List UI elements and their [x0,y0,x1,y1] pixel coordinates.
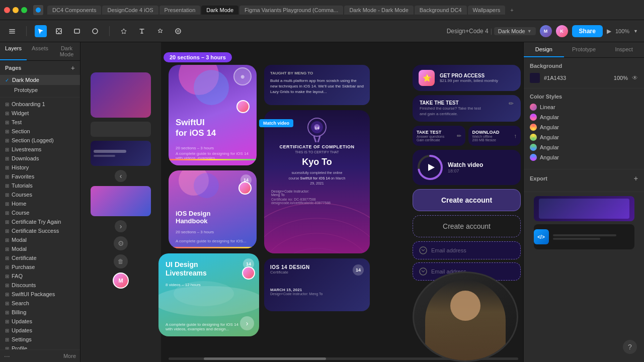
close-button[interactable] [4,7,10,13]
arrow-next-icon[interactable]: › [240,316,254,330]
arrow-right-icon[interactable]: › [115,220,127,232]
layer-courses[interactable]: ⊞ Courses [0,190,80,199]
layer-test[interactable]: ⊞ Test [0,118,80,127]
layer-discounts[interactable]: ⊞ Discounts [0,281,80,290]
cs-angular-5[interactable]: Angular [530,154,638,161]
tab-layers[interactable]: Layers [0,42,27,60]
cursor-tool[interactable] [35,25,47,37]
layer-modal-1[interactable]: ⊞ Modal [0,235,80,244]
cs-angular-3[interactable]: Angular [530,134,638,141]
create-account-outline-button[interactable]: Create account [413,215,521,237]
more-label[interactable]: More [63,353,76,359]
frame-tool[interactable] [53,25,65,37]
tab-designcode-ios[interactable]: DesignCode 4 iOS [102,6,158,15]
zoom-level[interactable]: 100% [615,28,629,34]
layer-billing[interactable]: ⊞ Billing [0,308,80,317]
layer-course[interactable]: ⊞ Course [0,208,80,217]
page-prototype[interactable]: Prototype [0,85,80,95]
rectangle-tool[interactable] [71,25,83,37]
help-icon[interactable]: ? [623,340,637,354]
delete-icon[interactable]: 🗑 [114,254,128,268]
cs-angular-2[interactable]: Angular [530,124,638,131]
layer-profile[interactable]: ⊞ Profile [0,344,80,349]
tab-wallpapers[interactable]: Wallpapers [468,6,506,15]
component-tool[interactable] [154,25,166,37]
layer-cert-try[interactable]: ⊞ Certificate Try Again [0,217,80,226]
tab-prototype[interactable]: Prototype [564,42,604,57]
layer-purchase[interactable]: ⊞ Purchase [0,262,80,272]
layer-tutorials[interactable]: ⊞ Tutorials [0,181,80,190]
add-export-icon[interactable]: + [634,174,638,183]
layer-downloads[interactable]: ⊞ Downloads [0,154,80,163]
play-button[interactable]: ▶ [607,28,611,35]
tab-presentation[interactable]: Presentation [159,6,201,15]
create-account-filled-button[interactable]: Create account [413,189,521,211]
download-mini[interactable]: DOWNLOAD Watch offline 200 MB filesize ↑ [468,126,521,146]
minimize-button[interactable] [13,7,19,13]
layer-swiftui-pkg[interactable]: ⊞ SwiftUI Packages [0,290,80,299]
cs-angular-5-label: Angular [540,154,559,160]
edit-icon[interactable]: ✏ [509,100,514,107]
livestreams-card[interactable]: 14 UI DesignLivestreams 8 videos – 12 ho… [158,253,259,336]
figma-logo-icon[interactable] [33,5,43,15]
page-dark-mode[interactable]: ✓ Dark Mode [0,75,80,85]
bg-opacity-value[interactable]: 100% [614,75,628,81]
new-tab-button[interactable]: + [506,6,517,15]
arrow-left-icon[interactable]: ‹ [115,170,127,182]
layer-history[interactable]: ⊞ History [0,163,80,172]
tab-design[interactable]: Design [524,42,564,57]
mode-selector[interactable]: Dark Mode ▼ [494,27,536,35]
tab-dark-mode-2[interactable]: Dark Mode - Dark Mode [344,6,413,15]
layer-certificate[interactable]: ⊞ Certificate [0,253,80,262]
visibility-icon[interactable]: 👁 [632,74,638,81]
layer-widget[interactable]: ⊞ Widget [0,109,80,118]
ios-design-card[interactable]: 14 iOS DesignHandbook 20 sections – 3 ho… [169,170,257,248]
add-page-icon[interactable]: + [71,64,75,72]
certificate-card[interactable]: 14 CERTIFICATE OF COMPLETION THIS IS TO … [264,110,370,253]
layer-updates-2[interactable]: ⊞ Updates [0,326,80,335]
more-icon-1[interactable]: ··· [4,352,10,360]
tab-background[interactable]: Background DC4 [415,6,467,15]
layer-favorites[interactable]: ⊞ Favorites [0,172,80,181]
watch-video-card[interactable]: Watch video 18:07 [413,150,521,185]
layer-home[interactable]: ⊞ Home [0,199,80,208]
tab-variants[interactable]: Figma Variants Playground (Comma... [239,6,343,15]
pro-access-card[interactable]: ⭐ GET PRO ACCESS $21.99 per month, bille… [413,65,521,91]
layer-updates-1[interactable]: ⊞ Updates [0,317,80,326]
canvas[interactable]: 20 sections – 3 hours ‹ › ⚙ 🗑 M [80,42,523,362]
settings-icon[interactable]: ⚙ [114,236,128,250]
bg-hex-value[interactable]: #1A1433 [544,75,566,81]
tab-inspect[interactable]: Inspect [604,42,644,57]
layer-section-logged[interactable]: ⊞ Section (Logged) [0,136,80,145]
tab-dark-mode[interactable]: Dark Mode [201,6,238,15]
ios14-badge: 14 [353,264,364,276]
cs-angular-4[interactable]: Angular [530,144,638,151]
tab-assets[interactable]: Assets [27,42,53,60]
cs-angular-5-swatch [530,154,537,161]
swiftui-card[interactable]: ⊕ SwiftUIfor iOS 14 20 sections – 3 hour… [169,65,257,165]
layer-search[interactable]: ⊞ Search [0,299,80,308]
share-button[interactable]: Share [572,25,603,37]
tab-dc4-components[interactable]: DC4 Components [47,6,101,15]
email-input-1[interactable]: Email address [413,241,521,259]
layer-onboarding[interactable]: ⊞ Onboarding 1 [0,100,80,109]
ios14-cert-card[interactable]: IOS 14 DESIGN Certificate 14 MARCH 15, 2… [264,258,370,311]
menu-icon[interactable] [6,25,18,37]
hand-tool[interactable] [172,25,184,37]
pen-tool[interactable] [118,25,130,37]
ellipse-tool[interactable] [89,25,101,37]
layer-settings[interactable]: ⊞ Settings [0,335,80,344]
take-test-mini[interactable]: TAKE TEST Answer questions Gain certific… [413,126,465,146]
take-test-card[interactable]: TAKE THE TEST Finished the course? Take … [413,95,521,122]
layer-section[interactable]: ⊞ Section [0,127,80,136]
maximize-button[interactable] [21,7,27,13]
cs-angular-1[interactable]: Angular [530,114,638,121]
layer-livestreams[interactable]: ⊞ Livestreams [0,145,80,154]
layer-modal-2[interactable]: ⊞ Modal [0,244,80,253]
text-tool[interactable] [136,25,148,37]
layer-cert-success[interactable]: ⊞ Certificate Success [0,226,80,235]
tab-dark-mode-panel[interactable]: Dark Mode [53,42,80,60]
cs-linear[interactable]: Linear [530,104,638,111]
layer-faq[interactable]: ⊞ FAQ [0,272,80,281]
bg-color-swatch[interactable] [530,73,540,83]
